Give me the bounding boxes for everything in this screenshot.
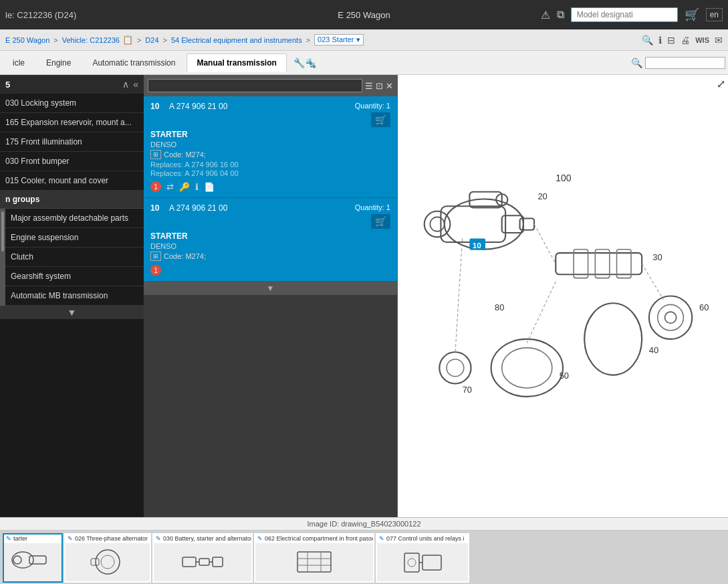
part-1-brand: DENSO: [150, 140, 390, 149]
thumb-1-img: [4, 543, 62, 581]
sidebar-hide-icon[interactable]: «: [133, 79, 138, 90]
tab-automatic[interactable]: Automatic transmission: [82, 54, 185, 72]
model-search-input[interactable]: [571, 7, 678, 22]
svg-line-23: [527, 282, 556, 343]
expand-view-icon[interactable]: ⊡: [376, 81, 383, 91]
part-item-2-header: 10 A 274 906 21 00 Quantity: 1 🛒: [150, 203, 390, 229]
thumb-item-3[interactable]: ✎030 Battery, starter and alternator lin…: [152, 533, 253, 583]
sidebar-item-expansion[interactable]: 165 Expansion reservoir, mount a...: [0, 113, 144, 132]
thumb-2-label: ✎026 Three-phase alternator: [66, 534, 150, 543]
part-2-name: STARTER: [150, 231, 390, 241]
tab-icon-1[interactable]: 🔧: [293, 58, 305, 68]
sep1: >: [53, 36, 57, 44]
svg-rect-36: [297, 552, 331, 572]
tab-search-input[interactable]: [645, 57, 725, 69]
svg-point-25: [12, 552, 33, 568]
tab-manual[interactable]: Manual transmission: [187, 54, 286, 72]
part-1-key-icon[interactable]: 🔑: [179, 182, 190, 192]
svg-point-5: [430, 217, 444, 231]
sep2: >: [137, 36, 141, 44]
svg-rect-26: [29, 556, 46, 564]
copy-icon[interactable]: ⧉: [557, 9, 564, 21]
list-view-icon[interactable]: ☰: [365, 81, 373, 91]
svg-rect-31: [183, 557, 196, 567]
tab-vehicle[interactable]: icle: [3, 54, 35, 72]
part-1-name: STARTER: [150, 130, 390, 139]
label-70: 70: [463, 385, 472, 395]
thumb-item-1[interactable]: ✎tarter: [3, 533, 63, 583]
breadcrumb-item-1[interactable]: E 250 Wagon: [5, 36, 49, 44]
svg-rect-42: [422, 555, 441, 570]
sidebar-scroll-down[interactable]: ▼: [0, 306, 144, 319]
svg-point-14: [658, 304, 684, 330]
svg-line-22: [642, 264, 663, 300]
filter-icon[interactable]: ⊟: [667, 35, 675, 45]
svg-point-29: [101, 555, 114, 569]
thumbnail-strip: ✎tarter ✎026 Three-phase alternator: [0, 530, 728, 584]
svg-point-18: [502, 348, 552, 388]
sidebar-item-cooler[interactable]: 015 Cooler, mount and cover: [0, 171, 144, 191]
sidebar-item-bumper[interactable]: 030 Front bumper: [0, 152, 144, 171]
sidebar-item-engine-suspension[interactable]: Engine suspension: [5, 228, 144, 248]
breadcrumb-item-5[interactable]: 023 Starter ▾: [314, 34, 363, 45]
part-1-cart-btn[interactable]: 🛒: [371, 112, 390, 127]
parts-scroll-down[interactable]: ▼: [144, 282, 397, 295]
part-item-1[interactable]: 10 A 274 906 21 00 Quantity: 1 🛒 STARTER…: [144, 96, 397, 198]
sidebar-item-gearshift[interactable]: Gearshift system: [5, 267, 144, 286]
mail-icon[interactable]: ✉: [715, 35, 723, 45]
svg-point-43: [408, 559, 416, 567]
sidebar-item-major-assembly[interactable]: Major assembly detachable parts: [5, 209, 144, 228]
print-icon[interactable]: 🖨: [681, 35, 690, 45]
part-1-doc-icon[interactable]: 📄: [204, 182, 215, 192]
thumb-4-img: [255, 543, 373, 581]
tab-bar: icle Engine Automatic transmission Manua…: [0, 51, 728, 75]
svg-line-24: [455, 239, 463, 354]
thumb-item-4[interactable]: ✎062 Electrical compartment in front pas…: [254, 533, 374, 583]
thumb-5-label: ✎077 Control units and relays i: [377, 534, 468, 543]
parts-list: 10 A 274 906 21 00 Quantity: 1 🛒 STARTER…: [144, 96, 397, 517]
part-2-code: ⊞ Code: M274;: [150, 252, 390, 261]
part-2-qty: Quantity: 1 🛒: [355, 203, 390, 229]
cart-icon[interactable]: 🛒: [685, 7, 699, 22]
warning-icon[interactable]: ⚠: [541, 9, 550, 21]
part-1-badge: 1: [150, 181, 161, 192]
info-icon[interactable]: ℹ: [658, 35, 662, 45]
part-2-brand: DENSO: [150, 242, 390, 250]
center-toolbar-icons: ☰ ⊡ ✕: [365, 81, 393, 91]
breadcrumb-item-3[interactable]: D24: [145, 36, 158, 44]
sidebar-collapse-icon[interactable]: ∧: [122, 79, 129, 90]
tab-search-icon[interactable]: 🔍: [631, 58, 642, 68]
close-panel-icon[interactable]: ✕: [386, 81, 393, 91]
thumb-3-diagram: [179, 545, 226, 579]
wis-icon[interactable]: WIS: [695, 35, 709, 45]
part-1-replace-icon[interactable]: ⇄: [166, 182, 174, 192]
main-layout: 5 ∧ « 030 Locking system 165 Expansion r…: [0, 75, 728, 517]
tab-icon-2[interactable]: 🔩: [305, 58, 316, 68]
sidebar-item-illumination[interactable]: 175 Front illumination: [0, 132, 144, 152]
thumb-item-2[interactable]: ✎026 Three-phase alternator: [64, 533, 151, 583]
vehicle-info-icon[interactable]: 📋: [122, 35, 133, 45]
sidebar-item-clutch[interactable]: Clutch: [5, 248, 144, 267]
sep3: >: [163, 36, 167, 44]
tab-engine[interactable]: Engine: [36, 54, 81, 72]
thumb-5-diagram: [399, 545, 446, 579]
diagram-area: 100 10 20: [398, 75, 728, 517]
part-item-2[interactable]: 10 A 274 906 21 00 Quantity: 1 🛒 STARTER…: [144, 198, 397, 282]
part-1-info-btn[interactable]: ℹ: [195, 182, 199, 192]
breadcrumb-item-4[interactable]: 54 Electrical equipment and instruments: [171, 36, 302, 44]
sidebar-item-auto-mb[interactable]: Automatic MB transmission: [5, 286, 144, 306]
sidebar: 5 ∧ « 030 Locking system 165 Expansion r…: [0, 75, 144, 517]
thumb-item-5[interactable]: ✎077 Control units and relays i: [376, 533, 469, 583]
parts-search-input[interactable]: [148, 79, 362, 92]
part-2-cart-btn[interactable]: 🛒: [371, 214, 390, 229]
svg-rect-33: [213, 557, 223, 567]
sidebar-item-locking[interactable]: 030 Locking system: [0, 94, 144, 113]
label-80: 80: [495, 302, 504, 312]
zoom-icon[interactable]: 🔍: [642, 35, 653, 45]
language-badge: en: [706, 8, 723, 21]
label-100: 100: [556, 173, 572, 183]
sidebar-header-icons: ∧ «: [122, 79, 138, 90]
breadcrumb-item-2[interactable]: Vehicle: C212236: [62, 36, 120, 44]
diagram-expand-btn[interactable]: ⤢: [717, 78, 725, 90]
svg-rect-30: [91, 559, 99, 565]
